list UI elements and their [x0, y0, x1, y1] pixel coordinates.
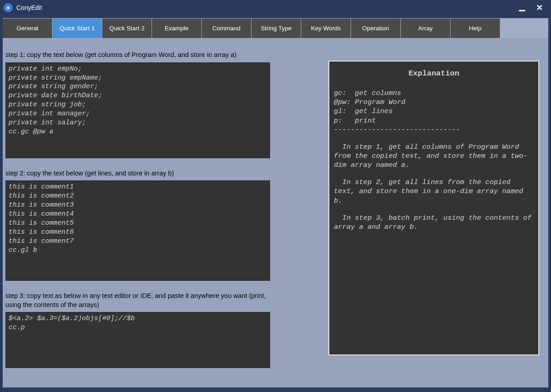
step-3-label: step 3: copy text as below in any text e… [5, 292, 270, 309]
step-2-label: step 2: copy the text below (get lines, … [5, 169, 278, 178]
explanation-legend: gc: get columns @pw: Program Word gl: ge… [334, 89, 534, 125]
explanation-p2: In step 2, get all lines from the copied… [334, 178, 534, 205]
step-3-code[interactable]: $<a.2> $a.3=($a.2)objs[#0];//$b cc.p [5, 312, 270, 368]
left-column: step 1: copy the text below (get columns… [3, 38, 278, 387]
tab-help[interactable]: Help [451, 19, 500, 38]
explanation-p3: In step 3, batch print, using the conten… [334, 213, 534, 231]
window-controls: ✕ [519, 4, 547, 12]
tabbar: General Quick Start 1 Quick Start 2 Exam… [3, 18, 548, 38]
explanation-panel: Explanation gc: get columns @pw: Program… [328, 61, 539, 355]
app-icon [4, 3, 13, 12]
titlebar: ConyEdit ✕ [0, 0, 551, 15]
explanation-title: Explanation [334, 69, 534, 79]
tab-string-type[interactable]: String Type [252, 19, 301, 38]
tab-example[interactable]: Example [152, 19, 201, 38]
app-title: ConyEdit [16, 4, 519, 11]
minimize-button[interactable] [519, 4, 525, 12]
window-body: General Quick Start 1 Quick Start 2 Exam… [0, 15, 551, 392]
step-1-label: step 1: copy the text below (get columns… [5, 51, 278, 60]
right-column: Explanation gc: get columns @pw: Program… [278, 38, 548, 387]
tab-general[interactable]: General [3, 19, 52, 38]
tab-command[interactable]: Command [202, 19, 251, 38]
tab-key-words[interactable]: Key Words [301, 19, 351, 38]
explanation-divider: ------------------------------ [334, 125, 534, 134]
step-2-code[interactable]: this is comment1 this is comment2 this i… [5, 180, 270, 281]
tab-array[interactable]: Array [401, 19, 450, 38]
tab-quick-start-2[interactable]: Quick Start 2 [102, 19, 152, 38]
tab-operation[interactable]: Operation [351, 19, 400, 38]
tab-quick-start-1[interactable]: Quick Start 1 [52, 19, 102, 38]
step-1-code[interactable]: private int empNo; private string empNam… [5, 62, 270, 158]
content-area: step 1: copy the text below (get columns… [3, 38, 548, 387]
explanation-p1: In step 1, get all columns of Program Wo… [334, 142, 534, 170]
close-button[interactable]: ✕ [536, 4, 543, 12]
